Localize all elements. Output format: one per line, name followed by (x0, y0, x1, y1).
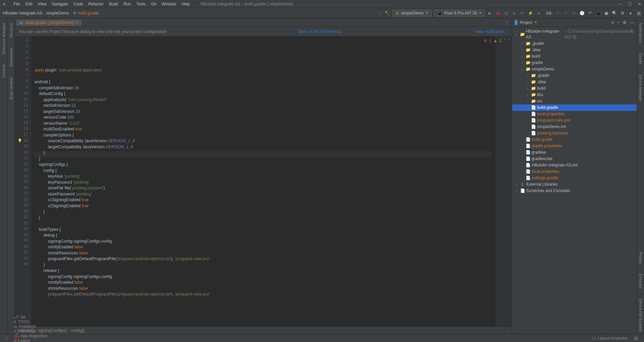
line-number[interactable]: 29 (16, 203, 28, 209)
select-opened-file-icon[interactable]: ≡ (611, 20, 614, 25)
code-line[interactable] (34, 221, 492, 227)
code-line[interactable]: proguardFiles getDefaultProguardFile('pr… (34, 256, 492, 262)
code-line[interactable]: defaultConfig { (34, 91, 492, 97)
project-tree[interactable]: ⌄📁HBuilder-Integrate-AS~ C:\Users\yunten… (512, 27, 637, 334)
sync-icon[interactable]: ↘ (376, 10, 382, 16)
crumb-config[interactable]: config{} (71, 328, 85, 333)
code-line[interactable]: v1SigningEnabled true (34, 197, 492, 203)
minimize-button[interactable]: — (618, 2, 622, 6)
tree-node[interactable]: 📄proguard-rules.pro (512, 117, 637, 124)
tree-node[interactable]: ›⫿External Libraries (512, 181, 637, 188)
code-line[interactable]: storePassword 'yunteng' (34, 191, 492, 197)
resource-manager-tab[interactable]: Resource Manager (2, 21, 6, 57)
code-line[interactable]: signingConfig signingConfigs.config (34, 239, 492, 245)
line-number[interactable]: 13 (16, 108, 28, 115)
code-line[interactable]: multiDexEnabled true (34, 126, 492, 132)
tree-node[interactable]: ⌄📁simpleDemo (512, 66, 637, 72)
code-line[interactable]: applicationId "com.yunteng.thinskit" (34, 97, 492, 103)
tree-node[interactable]: 📄gradle.properties (512, 143, 637, 149)
code-line[interactable]: shrinkResources false (34, 250, 492, 256)
tree-node[interactable]: 📄build.gradle (512, 104, 637, 111)
tree-node[interactable]: ›📁src (512, 98, 637, 104)
tree-node[interactable]: ›📁build (512, 85, 637, 92)
settings-gear-icon[interactable]: ⚙ (620, 10, 625, 16)
inspection-down-icon[interactable]: ˅ (508, 38, 510, 43)
line-number[interactable]: 21 (16, 156, 28, 162)
code-line[interactable]: keyAlias 'yunteng' (34, 174, 492, 180)
crumb-root[interactable]: HBuilder-Integrate-AS (3, 11, 42, 15)
code-editor[interactable]: apply plugin: 'com.android.application' … (32, 36, 495, 327)
search-everywhere-icon[interactable]: 🔍 (612, 10, 617, 16)
debug-icon[interactable]: 🐞 (495, 10, 501, 16)
line-number[interactable]: 36 (16, 244, 28, 250)
line-number[interactable]: 26 (16, 185, 28, 191)
device-file-explorer-tab[interactable]: Device File Explorer (639, 297, 643, 334)
inspection-up-icon[interactable]: ˄ (504, 38, 506, 43)
tree-expand-icon[interactable]: › (526, 86, 530, 91)
tree-expand-icon[interactable]: ⌄ (515, 32, 519, 37)
tree-node[interactable]: ›📁build (512, 53, 637, 60)
structure-tab[interactable]: Structure (9, 21, 13, 40)
tree-node[interactable]: 📄HBuilder-Integrate-AS.iml (512, 162, 637, 168)
banner-open-link[interactable]: Open (Ctrl+Alt+Shift+S) (295, 29, 344, 34)
tab-more-icon[interactable]: ⋮ (502, 20, 512, 25)
code-line[interactable]: buildTypes { (34, 227, 492, 233)
menu-tools[interactable]: Tools (134, 2, 148, 6)
close-button[interactable]: ✕ (638, 2, 641, 6)
expand-all-icon[interactable]: ÷ (617, 20, 619, 25)
tree-expand-icon[interactable]: › (526, 92, 530, 98)
git-rollback-icon[interactable]: ↶ (587, 10, 593, 16)
project-tab[interactable]: Project (639, 250, 643, 266)
line-number[interactable]: 4 (16, 56, 28, 62)
line-number[interactable]: 25 (16, 179, 28, 185)
tree-node[interactable]: ⌄📁HBuilder-Integrate-AS~ C:\Users\yunten… (512, 28, 637, 40)
commit-tab[interactable]: Commit (2, 63, 6, 80)
menu-code[interactable]: Code (71, 2, 86, 6)
crumb-file[interactable]: build.gradle (78, 11, 99, 15)
menu-help[interactable]: Help (179, 2, 193, 6)
code-line[interactable]: release { (34, 268, 492, 274)
status-terminal-button[interactable]: >_Terminal (10, 329, 58, 334)
code-line[interactable]: minifyEnabled false (34, 280, 492, 286)
code-line[interactable]: compileSdkVersion 29 (34, 85, 492, 91)
code-line[interactable]: } (34, 262, 492, 268)
menu-file[interactable]: File (11, 2, 23, 6)
code-line[interactable]: } (34, 215, 492, 221)
stop-icon[interactable]: ■ (536, 10, 541, 16)
line-number[interactable]: 39 (16, 262, 28, 268)
line-number[interactable]: 35 (16, 238, 28, 244)
line-number[interactable]: 12 (16, 103, 28, 109)
code-line[interactable]: targetCompatibility JavaVersion.VERSION_… (34, 144, 492, 150)
tree-expand-icon[interactable]: › (515, 188, 519, 194)
line-number[interactable]: 20 (16, 150, 28, 156)
code-line[interactable]: compileOptions { (34, 132, 492, 138)
line-number[interactable]: 7 (16, 73, 28, 79)
crumb-module[interactable]: simpleDemo (46, 11, 69, 15)
code-line[interactable]: android { (34, 79, 492, 85)
toolwindow-quick-access-icon[interactable]: ▢ (3, 336, 10, 341)
line-number[interactable]: 16 (16, 126, 28, 132)
line-number[interactable]: 33 (16, 226, 28, 232)
tree-node[interactable]: 📄simpleDemo.iml (512, 124, 637, 130)
project-view-selector[interactable]: ▉ Project ▼ (515, 20, 537, 25)
line-number[interactable]: 17 (16, 132, 28, 138)
code-line[interactable]: sourceCompatibility JavaVersion.VERSION_… (34, 138, 492, 144)
tree-node[interactable]: ›📁libs (512, 92, 637, 98)
git-commit-icon[interactable]: ✓ (563, 10, 568, 16)
device-selector[interactable]: 📱 Pixel 6 Pro API 29 ▼ (434, 10, 485, 17)
inspection-widget[interactable]: ⊘1 ▲2 ˄ ˅ (484, 38, 510, 43)
menu-run[interactable]: Run (121, 2, 134, 6)
code-line[interactable]: storeFile file('yunteng.keystore') (34, 185, 492, 191)
code-line[interactable]: minifyEnabled false (34, 244, 492, 250)
tree-expand-icon[interactable]: › (520, 47, 524, 53)
tree-expand-icon[interactable]: ⌄ (520, 66, 524, 72)
tree-expand-icon[interactable]: › (520, 54, 524, 59)
notifications-tab[interactable]: Notifications (639, 21, 643, 45)
code-line[interactable]: } (34, 156, 492, 162)
hide-toolwindow-icon[interactable]: — (630, 20, 634, 25)
settings-gear-icon[interactable]: ⚙ (623, 20, 626, 25)
editor-minimap[interactable]: ⊘1 ▲2 ˄ ˅ (495, 36, 512, 327)
menu-window[interactable]: Window (159, 2, 179, 6)
menu-view[interactable]: View (35, 2, 49, 6)
tree-node[interactable]: ›📄Scratches and Consoles (512, 188, 637, 194)
